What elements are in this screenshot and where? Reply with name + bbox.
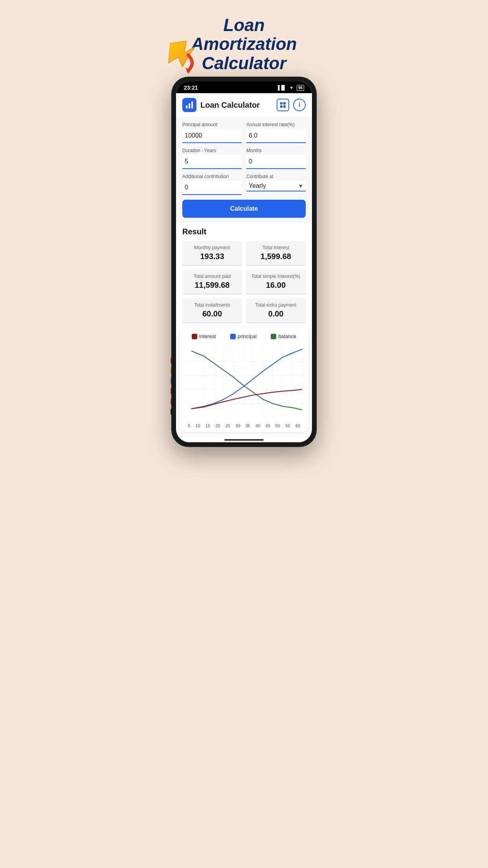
- months-input[interactable]: [246, 155, 306, 169]
- chart-legend: interest principal balance: [185, 333, 303, 339]
- total-extra-card: Total extra payment 0.00: [246, 298, 306, 323]
- monthly-payment-value: 193.33: [200, 252, 224, 261]
- arrow-decoration: [167, 39, 198, 75]
- header-icons: i: [277, 99, 306, 111]
- svg-rect-6: [280, 102, 283, 105]
- total-extra-value: 0.00: [268, 309, 284, 318]
- svg-rect-7: [283, 102, 286, 105]
- chart-section: interest principal balance: [180, 328, 308, 432]
- interest-label: Annual interest rate(%): [246, 122, 306, 127]
- status-bar: 23:21 ▐▐▌ 96: [176, 81, 312, 93]
- legend-balance-dot: [271, 334, 276, 339]
- simple-interest-value: 16.00: [266, 281, 286, 290]
- contribute-at-field: Contribute at Yearly Monthly ▼: [246, 174, 306, 195]
- duration-input[interactable]: [182, 155, 242, 169]
- x-label-25: 25: [226, 423, 230, 428]
- monthly-payment-label: Monthly payment: [194, 245, 230, 250]
- app-logo: [182, 98, 196, 112]
- contribution-field: Additional contribution: [182, 174, 242, 195]
- legend-principal-dot: [230, 334, 236, 339]
- principal-field: Principal amount: [182, 122, 242, 143]
- result-grid: Monthly payment 193.33 Total interest 1,…: [182, 241, 306, 323]
- app-header: Loan Calculator i: [176, 93, 312, 117]
- form-section: Principal amount Annual interest rate(%)…: [176, 117, 312, 223]
- battery-icon: 96: [297, 85, 304, 91]
- calc-btn-row: Calculate: [182, 200, 306, 218]
- interest-input[interactable]: [246, 129, 306, 143]
- contribute-at-label: Contribute at: [246, 174, 306, 179]
- form-row-3: Additional contribution Contribute at Ye…: [182, 174, 306, 195]
- svg-rect-5: [191, 101, 193, 108]
- info-button[interactable]: i: [293, 99, 306, 111]
- x-axis-labels: 5 10 15 20 25 30 35 40 45 50 55 60: [185, 422, 303, 428]
- chart-area: [185, 343, 303, 422]
- total-installments-card: Total installments 60.00: [182, 298, 242, 323]
- app-header-title: Loan Calculator: [200, 101, 277, 110]
- x-label-30: 30: [235, 423, 240, 428]
- svg-rect-4: [189, 103, 190, 108]
- interest-field: Annual interest rate(%): [246, 122, 306, 143]
- legend-principal: principal: [230, 333, 257, 339]
- calculate-button[interactable]: Calculate: [182, 200, 306, 218]
- x-label-10: 10: [195, 423, 200, 428]
- legend-principal-label: principal: [238, 333, 257, 339]
- months-field: Months: [246, 148, 306, 169]
- home-bar: [224, 439, 264, 441]
- legend-balance: balance: [271, 333, 296, 339]
- x-label-50: 50: [275, 423, 280, 428]
- simple-interest-card: Total simple interest(%) 16.00: [246, 270, 306, 294]
- x-label-45: 45: [265, 423, 270, 428]
- total-interest-card: Total interest 1,599.68: [246, 241, 306, 266]
- principal-label: Principal amount: [182, 122, 242, 127]
- chart-svg: [185, 343, 303, 422]
- status-time: 23:21: [184, 85, 198, 91]
- total-amount-card: Total amount paid 11,599.68: [182, 270, 242, 294]
- result-section: Result Monthly payment 193.33 Total inte…: [176, 223, 312, 328]
- monthly-payment-card: Monthly payment 193.33: [182, 241, 242, 266]
- x-label-5: 5: [188, 423, 190, 428]
- total-amount-label: Total amount paid: [194, 274, 231, 279]
- form-row-1: Principal amount Annual interest rate(%): [182, 122, 306, 143]
- form-row-2: Duration - Years Months: [182, 148, 306, 169]
- phone-frame: 23:21 ▐▐▌ 96: [171, 77, 317, 447]
- dropdown-arrow-icon: ▼: [298, 183, 303, 189]
- legend-balance-label: balance: [278, 333, 296, 339]
- svg-rect-3: [186, 105, 187, 108]
- legend-interest: interest: [192, 333, 216, 339]
- contribution-input[interactable]: [182, 181, 242, 195]
- svg-rect-9: [283, 105, 286, 108]
- contribute-at-select[interactable]: Yearly Monthly: [249, 182, 296, 189]
- result-title: Result: [182, 227, 306, 236]
- x-label-20: 20: [215, 423, 220, 428]
- duration-field: Duration - Years: [182, 148, 242, 169]
- x-label-55: 55: [285, 423, 290, 428]
- x-label-35: 35: [246, 423, 250, 428]
- legend-interest-label: interest: [199, 333, 216, 339]
- phone-screen: 23:21 ▐▐▌ 96: [176, 81, 312, 442]
- principal-input[interactable]: [182, 129, 242, 143]
- x-label-15: 15: [205, 423, 210, 428]
- total-extra-label: Total extra payment: [255, 302, 297, 308]
- duration-label: Duration - Years: [182, 148, 242, 153]
- contribution-label: Additional contribution: [182, 174, 242, 179]
- page-wrapper: Loan Amortization Calculator: [163, 8, 325, 447]
- total-interest-value: 1,599.68: [261, 252, 291, 261]
- total-interest-label: Total interest: [262, 245, 289, 250]
- wifi-icon: [288, 85, 295, 91]
- grid-button[interactable]: [277, 99, 289, 111]
- x-label-60: 60: [295, 423, 300, 428]
- svg-rect-8: [280, 105, 283, 108]
- signal-icon: ▐▐▌: [276, 85, 286, 90]
- status-icons: ▐▐▌ 96: [276, 85, 304, 91]
- contribute-at-wrapper: Yearly Monthly ▼: [246, 181, 306, 191]
- legend-interest-dot: [192, 334, 197, 339]
- total-installments-value: 60.00: [202, 309, 222, 318]
- home-indicator: [176, 436, 312, 442]
- total-installments-label: Total installments: [194, 302, 230, 308]
- total-amount-value: 11,599.68: [195, 281, 230, 290]
- simple-interest-label: Total simple interest(%): [251, 274, 301, 279]
- x-label-40: 40: [255, 423, 260, 428]
- months-label: Months: [246, 148, 306, 153]
